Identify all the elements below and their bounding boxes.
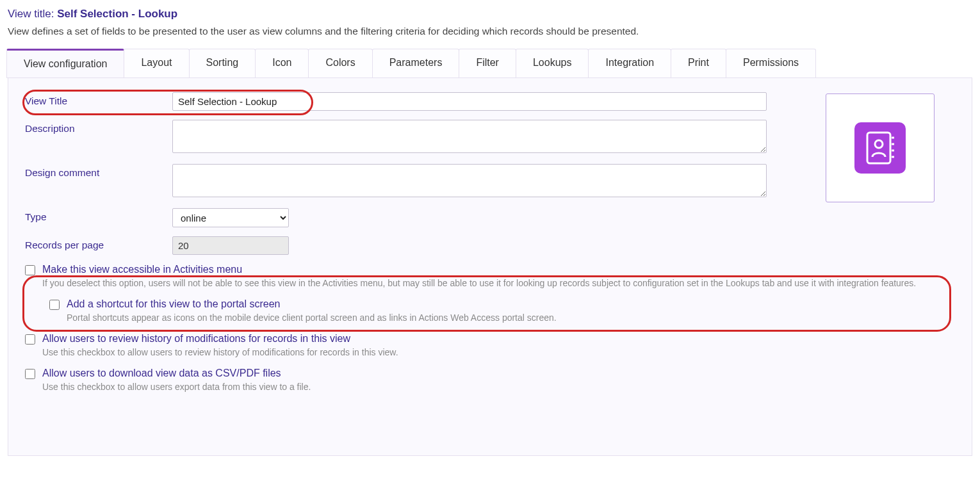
tab-layout[interactable]: Layout	[124, 49, 189, 77]
records-per-page-label: Records per page	[25, 236, 172, 251]
tab-integration[interactable]: Integration	[588, 49, 671, 77]
download-csv-pdf-label: Allow users to download view data as CSV…	[42, 368, 311, 379]
history-review-hint: Use this checkbox to allow users to revi…	[42, 346, 398, 359]
accessible-activities-label: Make this view accessible in Activities …	[42, 264, 916, 275]
portal-shortcut-checkbox[interactable]	[49, 300, 60, 310]
tab-filter[interactable]: Filter	[459, 49, 516, 77]
view-title-input[interactable]	[172, 92, 767, 111]
download-csv-pdf-hint: Use this checkbox to allow users export …	[42, 381, 311, 393]
tab-permissions[interactable]: Permissions	[726, 49, 816, 77]
design-comment-textarea[interactable]	[172, 164, 767, 197]
view-title-label: View Title	[25, 92, 172, 107]
description-textarea[interactable]	[172, 120, 767, 153]
page-description: View defines a set of fields to be prese…	[8, 26, 972, 37]
tab-icon[interactable]: Icon	[255, 49, 309, 77]
tab-colors[interactable]: Colors	[308, 49, 372, 77]
records-per-page-input: 20	[172, 236, 289, 255]
icon-preview	[826, 93, 935, 202]
view-title-value: Self Selection - Lookup	[57, 8, 177, 20]
type-label: Type	[25, 208, 172, 223]
tab-view-configuration[interactable]: View configuration	[6, 49, 124, 77]
history-review-label: Allow users to review history of modific…	[42, 333, 398, 345]
address-book-icon	[854, 122, 906, 174]
tab-parameters[interactable]: Parameters	[372, 49, 460, 77]
tab-bar: View configuration Layout Sorting Icon C…	[6, 49, 972, 78]
tab-panel: View Title Description Design comment Ty…	[8, 78, 972, 456]
portal-shortcut-label: Add a shortcut for this view to the port…	[67, 298, 557, 310]
description-label: Description	[25, 120, 172, 134]
portal-shortcut-hint: Portal shortcuts appear as icons on the …	[67, 312, 557, 324]
tab-sorting[interactable]: Sorting	[189, 49, 256, 77]
download-csv-pdf-checkbox[interactable]	[25, 369, 35, 379]
tab-lookups[interactable]: Lookups	[516, 49, 589, 77]
svg-point-1	[875, 140, 883, 148]
type-select[interactable]: online	[172, 208, 289, 227]
view-title-prefix: View title:	[8, 8, 57, 20]
accessible-activities-hint: If you deselect this option, users will …	[42, 277, 916, 289]
accessible-activities-checkbox[interactable]	[25, 265, 35, 275]
page-header: View title: Self Selection - Lookup	[8, 8, 972, 20]
history-review-checkbox[interactable]	[25, 334, 35, 345]
design-comment-label: Design comment	[25, 164, 172, 179]
tab-print[interactable]: Print	[671, 49, 726, 77]
